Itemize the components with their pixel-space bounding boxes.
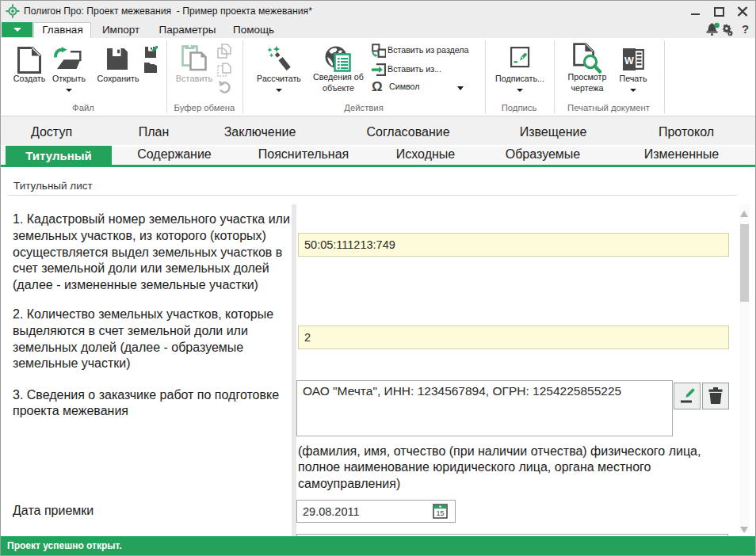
svg-text:W: W (624, 55, 634, 67)
svg-text:15: 15 (436, 509, 444, 517)
